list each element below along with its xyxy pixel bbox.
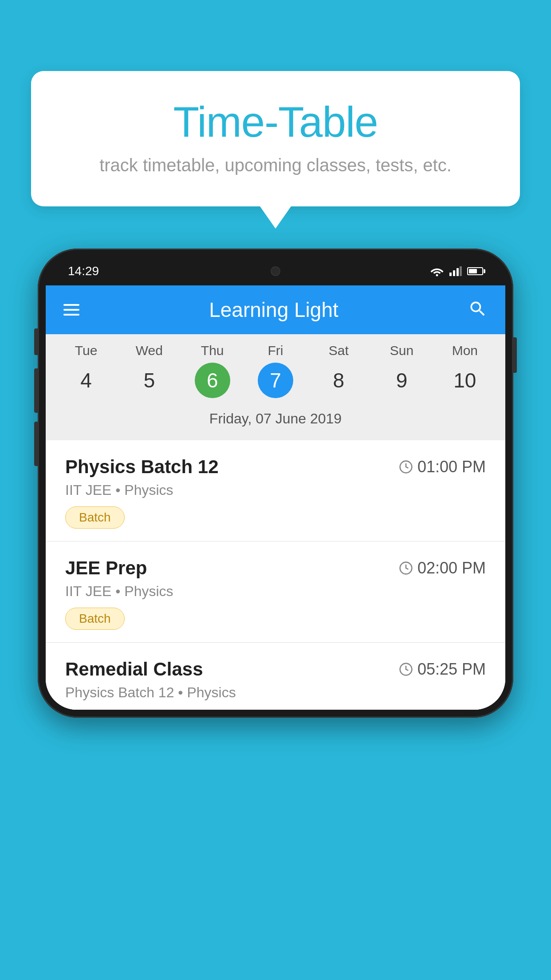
volume-down-button [34, 422, 38, 466]
schedule-time: 01:00 PM [399, 458, 486, 476]
svg-point-0 [436, 274, 438, 276]
schedule-meta: Physics Batch 12 • Physics [65, 684, 486, 701]
selected-date-label: Friday, 07 June 2019 [46, 404, 505, 436]
volume-up-button [34, 368, 38, 413]
silent-button [34, 328, 38, 355]
day-number[interactable]: 10 [447, 363, 483, 398]
svg-rect-4 [460, 266, 462, 276]
day-name: Sat [329, 343, 349, 358]
day-name: Mon [452, 343, 478, 358]
day-col-sun[interactable]: Sun9 [375, 343, 429, 398]
day-col-mon[interactable]: Mon10 [438, 343, 492, 398]
schedule-time: 05:25 PM [399, 660, 486, 679]
schedule-list: Physics Batch 1201:00 PMIIT JEE • Physic… [46, 440, 505, 710]
day-col-fri[interactable]: Fri7 [249, 343, 302, 398]
hamburger-menu-icon[interactable] [63, 304, 79, 316]
bubble-title: Time-Table [67, 98, 484, 146]
signal-icon [449, 266, 462, 276]
phone-screen: Learning Light Tue4Wed5Thu6Fri7Sat8Sun9M… [46, 285, 505, 710]
day-number[interactable]: 7 [258, 363, 293, 398]
day-name: Thu [201, 343, 224, 358]
schedule-time-text: 02:00 PM [417, 559, 486, 577]
search-button[interactable] [468, 299, 488, 320]
phone-mockup: 14:29 [38, 249, 513, 718]
batch-badge: Batch [65, 506, 125, 529]
day-name: Tue [75, 343, 98, 358]
power-button [513, 337, 517, 373]
schedule-title: JEE Prep [65, 557, 147, 579]
phone-outer: 14:29 [38, 249, 513, 718]
day-col-tue[interactable]: Tue4 [59, 343, 113, 398]
day-number[interactable]: 5 [131, 363, 167, 398]
day-number[interactable]: 4 [68, 363, 104, 398]
schedule-item-header: Remedial Class05:25 PM [65, 659, 486, 680]
status-bar: 14:29 [46, 257, 505, 285]
day-number[interactable]: 6 [195, 363, 230, 398]
schedule-item[interactable]: JEE Prep02:00 PMIIT JEE • PhysicsBatch [46, 541, 505, 643]
day-col-thu[interactable]: Thu6 [186, 343, 239, 398]
schedule-title: Remedial Class [65, 659, 203, 680]
schedule-item-header: Physics Batch 1201:00 PM [65, 456, 486, 478]
calendar-strip: Tue4Wed5Thu6Fri7Sat8Sun9Mon10 Friday, 07… [46, 334, 505, 440]
svg-rect-3 [457, 268, 459, 276]
svg-rect-1 [449, 273, 452, 276]
speech-bubble-tail [260, 206, 291, 229]
day-col-sat[interactable]: Sat8 [312, 343, 365, 398]
schedule-time-text: 05:25 PM [417, 660, 486, 679]
schedule-item-header: JEE Prep02:00 PM [65, 557, 486, 579]
schedule-meta: IIT JEE • Physics [65, 583, 486, 600]
day-col-wed[interactable]: Wed5 [122, 343, 176, 398]
day-number[interactable]: 9 [384, 363, 420, 398]
day-number[interactable]: 8 [321, 363, 356, 398]
status-time: 14:29 [68, 264, 99, 278]
camera-notch [258, 260, 293, 282]
day-name: Fri [268, 343, 283, 358]
schedule-title: Physics Batch 12 [65, 456, 219, 478]
schedule-meta: IIT JEE • Physics [65, 482, 486, 498]
speech-bubble: Time-Table track timetable, upcoming cla… [31, 71, 520, 206]
schedule-time: 02:00 PM [399, 559, 486, 577]
speech-bubble-wrapper: Time-Table track timetable, upcoming cla… [31, 71, 520, 229]
svg-rect-2 [453, 270, 455, 276]
clock-icon [399, 460, 413, 474]
day-name: Wed [136, 343, 163, 358]
camera-dot [271, 266, 280, 276]
app-title: Learning Light [209, 298, 338, 322]
clock-icon [399, 662, 413, 676]
wifi-icon [430, 266, 444, 277]
clock-icon [399, 561, 413, 575]
day-name: Sun [390, 343, 413, 358]
batch-badge: Batch [65, 608, 125, 630]
status-icons [430, 266, 483, 277]
days-row: Tue4Wed5Thu6Fri7Sat8Sun9Mon10 [46, 343, 505, 398]
schedule-item[interactable]: Physics Batch 1201:00 PMIIT JEE • Physic… [46, 440, 505, 541]
bubble-subtitle: track timetable, upcoming classes, tests… [67, 155, 484, 175]
schedule-time-text: 01:00 PM [417, 458, 486, 476]
schedule-item[interactable]: Remedial Class05:25 PMPhysics Batch 12 •… [46, 643, 505, 710]
battery-icon [467, 267, 483, 275]
app-bar: Learning Light [46, 285, 505, 334]
